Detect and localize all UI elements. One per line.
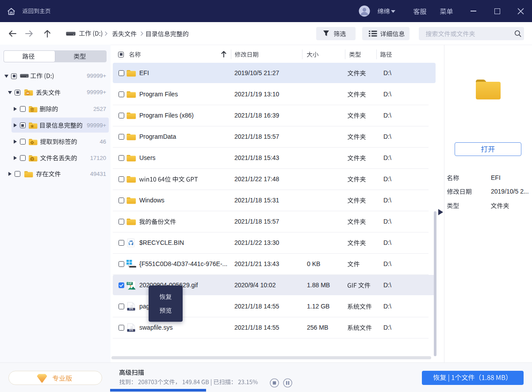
svg-text:?: ? [31, 157, 33, 161]
svg-text:SYS: SYS [129, 329, 133, 331]
svg-text:SYS: SYS [129, 308, 133, 310]
svg-text:GIF: GIF [128, 282, 132, 285]
